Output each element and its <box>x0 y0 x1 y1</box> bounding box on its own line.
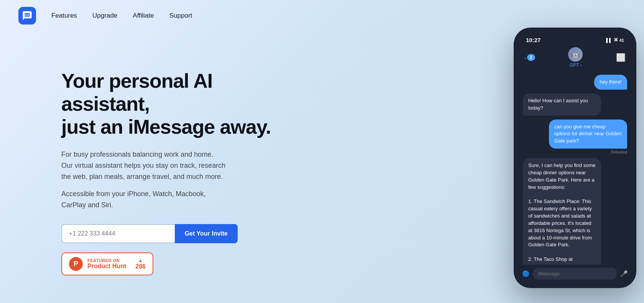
avatar: 🤖 <box>568 47 583 62</box>
message-bubble-received-2: Sure, I can help you find some cheap din… <box>523 158 601 265</box>
phone-mockup: 10:27 ▌▌ ⌘ 41 ‹ 2 🤖 GPT › <box>506 28 644 288</box>
product-hunt-text: FEATURED ON Product Hunt <box>87 258 126 270</box>
ph-arrow-icon: ▲ <box>138 258 143 263</box>
invite-form: Get Your Invite <box>61 224 238 243</box>
nav-upgrade[interactable]: Upgrade <box>92 12 117 20</box>
app-store-icon[interactable]: 🔵 <box>522 270 530 277</box>
navbar: Features Upgrade Affiliate Support <box>0 0 644 31</box>
nav-features[interactable]: Features <box>51 12 77 20</box>
hero-subtitle2: Accessible from your iPhone, Watch, Macb… <box>61 188 226 211</box>
phone-frame: 10:27 ▌▌ ⌘ 41 ‹ 2 🤖 GPT › <box>514 28 636 288</box>
ph-number: 286 <box>135 263 146 270</box>
hero-title: Your personal AI assistant,just an iMess… <box>61 70 291 138</box>
ph-vote-count: ▲ 286 <box>135 258 146 270</box>
app-logo[interactable] <box>18 7 36 25</box>
product-hunt-badge[interactable]: P FEATURED ON Product Hunt ▲ 286 <box>61 252 153 275</box>
nav-links: Features Upgrade Affiliate Support <box>51 12 192 20</box>
imessage-header: ‹ 2 🤖 GPT › ⬜ <box>518 45 632 72</box>
nav-support[interactable]: Support <box>169 12 192 20</box>
contact-info[interactable]: 🤖 GPT › <box>568 47 583 68</box>
wifi-icon: ⌘ <box>614 38 618 43</box>
delivered-status: Delivered <box>611 150 627 154</box>
message-bubble-sent-2: can you give me cheap options for dinner… <box>549 120 627 149</box>
nav-affiliate[interactable]: Affiliate <box>133 12 154 20</box>
contact-name: GPT › <box>569 62 582 68</box>
phone-input[interactable] <box>61 224 175 243</box>
back-button[interactable]: ‹ 2 <box>524 54 535 61</box>
imessage-text-input[interactable] <box>533 268 617 280</box>
microphone-icon[interactable]: 🎤 <box>620 270 628 277</box>
product-hunt-logo: P <box>69 257 83 271</box>
logo-icon <box>22 10 33 21</box>
ph-featured-on-label: FEATURED ON <box>87 258 126 263</box>
signal-icon: ▌▌ <box>606 38 612 43</box>
message-bubble-received-1: Hello! How can I assist you today? <box>523 93 601 116</box>
status-time: 10:27 <box>526 37 540 43</box>
video-call-icon[interactable]: ⬜ <box>616 53 626 62</box>
imessage-input-bar: 🔵 🎤 <box>518 265 632 283</box>
message-bubble-sent-1: hey there! <box>594 75 627 90</box>
hero-subtitle1: For busy professionals balancing work an… <box>61 149 226 182</box>
back-chevron-icon: ‹ <box>524 54 526 61</box>
messages-area: hey there! Hello! How can I assist you t… <box>518 72 632 265</box>
invite-button[interactable]: Get Your Invite <box>175 224 238 243</box>
main-container: Your personal AI assistant,just an iMess… <box>0 31 644 275</box>
ph-name: Product Hunt <box>87 263 126 270</box>
battery-icon: 41 <box>619 38 624 43</box>
phone-screen: 10:27 ▌▌ ⌘ 41 ‹ 2 🤖 GPT › <box>518 33 632 283</box>
status-bar: 10:27 ▌▌ ⌘ 41 <box>518 33 632 45</box>
status-icons: ▌▌ ⌘ 41 <box>606 38 624 43</box>
hero-section: Your personal AI assistant,just an iMess… <box>61 47 291 275</box>
back-badge: 2 <box>527 54 535 61</box>
